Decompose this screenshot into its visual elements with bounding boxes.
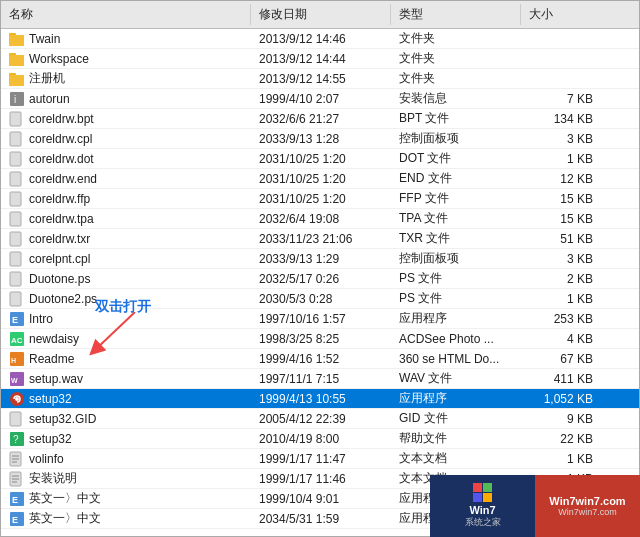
file-type-cell: PS 文件 [391,289,521,308]
svg-text:H: H [11,357,16,364]
table-row[interactable]: EIntro1997/10/16 1:57应用程序253 KB [1,309,639,329]
file-type-cell: TXR 文件 [391,229,521,248]
file-icon [9,111,25,127]
file-icon: H [9,351,25,367]
file-name-cell: Workspace [1,50,251,68]
file-name: Intro [29,312,53,326]
file-name-cell: Duotone.ps [1,270,251,288]
file-date-cell: 2031/10/25 1:20 [251,191,391,207]
svg-text:E: E [12,495,18,505]
file-date-cell: 2030/5/3 0:28 [251,291,391,307]
col-type[interactable]: 类型 [391,4,521,25]
table-row[interactable]: Twain2013/9/12 14:46文件夹 [1,29,639,49]
table-row[interactable]: corelpnt.cpl2033/9/13 1:29控制面板项3 KB [1,249,639,269]
file-name: Duotone2.ps [29,292,97,306]
file-size-cell: 2 KB [521,271,601,287]
file-icon [9,251,25,267]
file-date-cell: 2013/9/12 14:44 [251,51,391,67]
windows-logo [473,483,492,502]
file-type-cell: WAV 文件 [391,369,521,388]
file-date-cell: 2031/10/25 1:20 [251,171,391,187]
file-name: coreldrw.bpt [29,112,94,126]
table-row[interactable]: coreldrw.end2031/10/25 1:20END 文件12 KB [1,169,639,189]
file-date-cell: 1999/4/16 1:52 [251,351,391,367]
table-row[interactable]: Duotone2.ps2030/5/3 0:28PS 文件1 KB [1,289,639,309]
file-date-cell: 2031/10/25 1:20 [251,151,391,167]
svg-rect-11 [10,112,21,126]
table-row[interactable]: Workspace2013/9/12 14:44文件夹 [1,49,639,69]
file-type-cell: 360 se HTML Do... [391,351,521,367]
table-row[interactable]: coreldrw.txr2033/11/23 21:06TXR 文件51 KB [1,229,639,249]
file-size-cell: 134 KB [521,111,601,127]
file-name-cell: coreldrw.cpl [1,130,251,148]
table-row[interactable]: iautorun1999/4/10 2:07安装信息7 KB [1,89,639,109]
file-date-cell: 2033/9/13 1:28 [251,131,391,147]
table-row[interactable]: HReadme1999/4/16 1:52360 se HTML Do...67… [1,349,639,369]
file-type-cell: END 文件 [391,169,521,188]
file-name-cell: Twain [1,30,251,48]
file-name-cell: coreldrw.dot [1,150,251,168]
file-date-cell: 2013/9/12 14:55 [251,71,391,87]
svg-rect-2 [9,35,24,46]
watermark: Win7 系统之家 Win7win7.com Win7win7.com [430,475,640,537]
svg-rect-8 [9,75,24,86]
file-name: setup32 [29,432,72,446]
file-name-cell: coreldrw.ffp [1,190,251,208]
file-name: corelpnt.cpl [29,252,90,266]
file-icon: E [9,511,25,527]
table-row[interactable]: Duotone.ps2032/5/17 0:26PS 文件2 KB [1,269,639,289]
file-date-cell: 1997/11/1 7:15 [251,371,391,387]
file-date-cell: 1999/10/4 9:01 [251,491,391,507]
svg-rect-13 [10,152,21,166]
table-row[interactable]: ?setup322010/4/19 8:00帮助文件22 KB [1,429,639,449]
col-size[interactable]: 大小 [521,4,601,25]
file-size-cell: 1 KB [521,291,601,307]
file-icon [9,51,25,67]
svg-text:W: W [11,377,18,384]
file-icon: AC [9,331,25,347]
file-type-cell: PS 文件 [391,269,521,288]
table-row[interactable]: coreldrw.ffp2031/10/25 1:20FFP 文件15 KB [1,189,639,209]
file-icon [9,391,25,407]
file-name-cell: 安装说明 [1,469,251,488]
table-row[interactable]: coreldrw.cpl2033/9/13 1:28控制面板项3 KB [1,129,639,149]
file-name-cell: EIntro [1,310,251,328]
col-name[interactable]: 名称 [1,4,251,25]
file-name-cell: iautorun [1,90,251,108]
file-size-cell: 12 KB [521,171,601,187]
file-icon [9,231,25,247]
file-name-cell: Duotone2.ps [1,290,251,308]
file-type-cell: TPA 文件 [391,209,521,228]
watermark-right: Win7win7.com Win7win7.com [535,475,640,537]
file-name-cell: coreldrw.bpt [1,110,251,128]
file-name: autorun [29,92,70,106]
file-name: coreldrw.ffp [29,192,90,206]
table-row[interactable]: 注册机2013/9/12 14:55文件夹 [1,69,639,89]
file-size-cell: 15 KB [521,191,601,207]
file-size-cell: 1 KB [521,451,601,467]
svg-rect-17 [10,232,21,246]
table-row[interactable]: volinfo1999/1/17 11:47文本文档1 KB [1,449,639,469]
table-row[interactable]: setup321999/4/13 10:55应用程序1,052 KB [1,389,639,409]
file-size-cell [521,78,601,80]
svg-text:AC: AC [11,336,23,345]
file-date-cell: 2032/5/17 0:26 [251,271,391,287]
watermark-left-line2: 系统之家 [465,516,501,529]
file-icon [9,171,25,187]
watermark-left-line1: Win7 [469,504,495,516]
file-name-cell: E英文一〉中文 [1,509,251,528]
table-row[interactable]: Wsetup.wav1997/11/1 7:15WAV 文件411 KB [1,369,639,389]
file-list[interactable]: Twain2013/9/12 14:46文件夹Workspace2013/9/1… [1,29,639,536]
file-name-cell: coreldrw.end [1,170,251,188]
table-row[interactable]: coreldrw.dot2031/10/25 1:20DOT 文件1 KB [1,149,639,169]
file-size-cell: 1 KB [521,151,601,167]
file-size-cell: 7 KB [521,91,601,107]
file-type-cell: 应用程序 [391,309,521,328]
table-row[interactable]: setup32.GID2005/4/12 22:39GID 文件9 KB [1,409,639,429]
file-icon [9,211,25,227]
table-row[interactable]: coreldrw.tpa2032/6/4 19:08TPA 文件15 KB [1,209,639,229]
table-row[interactable]: ACnewdaisy1998/3/25 8:25ACDSee Photo ...… [1,329,639,349]
table-row[interactable]: coreldrw.bpt2032/6/6 21:27BPT 文件134 KB [1,109,639,129]
col-date[interactable]: 修改日期 [251,4,391,25]
file-icon: ? [9,431,25,447]
